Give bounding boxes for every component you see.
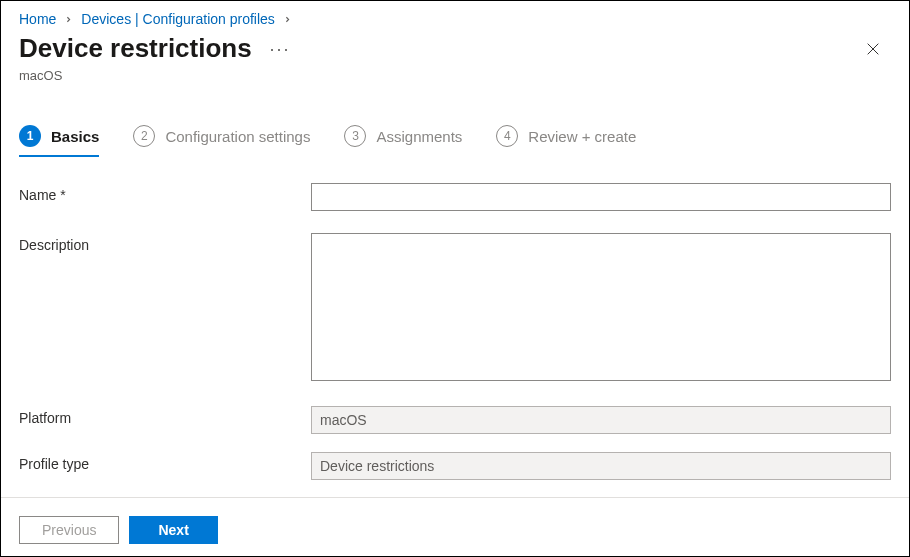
step-configuration-settings[interactable]: 2 Configuration settings [133, 125, 310, 157]
step-assignments[interactable]: 3 Assignments [344, 125, 462, 157]
name-input[interactable] [311, 183, 891, 211]
wizard-steps: 1 Basics 2 Configuration settings 3 Assi… [1, 83, 909, 157]
step-number: 2 [133, 125, 155, 147]
step-basics[interactable]: 1 Basics [19, 125, 99, 157]
breadcrumb: Home Devices | Configuration profiles [1, 1, 909, 29]
chevron-right-icon [64, 11, 73, 27]
more-actions-button[interactable]: ··· [270, 39, 291, 59]
name-label: Name * [19, 183, 311, 203]
step-label: Basics [51, 128, 99, 145]
platform-field [311, 406, 891, 434]
step-review-create[interactable]: 4 Review + create [496, 125, 636, 157]
chevron-right-icon [283, 11, 292, 27]
description-textarea[interactable] [311, 233, 891, 381]
close-button[interactable] [859, 35, 887, 66]
platform-label: Platform [19, 406, 311, 426]
breadcrumb-devices[interactable]: Devices | Configuration profiles [81, 11, 275, 27]
divider [1, 497, 909, 498]
step-label: Review + create [528, 128, 636, 145]
previous-button[interactable]: Previous [19, 516, 119, 544]
footer: Previous Next [1, 504, 909, 556]
step-number: 3 [344, 125, 366, 147]
description-label: Description [19, 233, 311, 253]
profile-type-field [311, 452, 891, 480]
step-label: Configuration settings [165, 128, 310, 145]
close-icon [865, 41, 881, 57]
next-button[interactable]: Next [129, 516, 217, 544]
profile-type-label: Profile type [19, 452, 311, 472]
breadcrumb-home[interactable]: Home [19, 11, 56, 27]
step-number: 1 [19, 125, 41, 147]
step-number: 4 [496, 125, 518, 147]
step-label: Assignments [376, 128, 462, 145]
page-title: Device restrictions [19, 33, 252, 64]
page-subtitle: macOS [1, 66, 909, 83]
